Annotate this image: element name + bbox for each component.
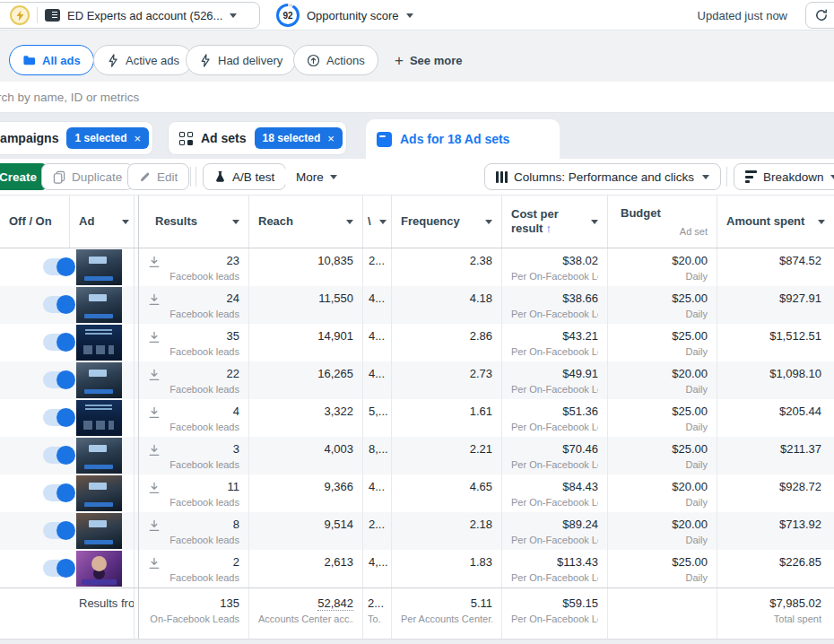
ad-thumbnail[interactable] <box>76 513 122 549</box>
ad-cell <box>0 248 139 286</box>
download-icon[interactable] <box>148 444 161 457</box>
ad-thumbnail[interactable] <box>76 362 122 398</box>
see-more-label: See more <box>410 54 463 67</box>
ad-thumbnail[interactable] <box>76 325 122 361</box>
close-icon[interactable]: × <box>135 132 142 145</box>
cell-value: 3 <box>148 442 239 457</box>
budget-cell: $20.00Daily <box>608 512 717 550</box>
tab-ad-sets[interactable]: Ad sets 18 selected × <box>169 122 346 154</box>
header-truncated[interactable]: \ <box>363 196 392 248</box>
download-icon[interactable] <box>148 331 161 344</box>
table-row: 2Facebook leads2,6134,...1.83$113.43Per … <box>0 550 834 587</box>
close-icon[interactable]: × <box>327 132 334 145</box>
bolt-icon <box>199 54 212 67</box>
campaigns-selected-badge[interactable]: 1 selected × <box>66 127 149 149</box>
header-budget[interactable]: BudgetAd set <box>608 196 717 248</box>
ad-toggle-switch[interactable] <box>43 296 74 313</box>
refresh-icon <box>814 8 829 22</box>
cell-value: $20.00 <box>617 254 708 268</box>
filter-actions[interactable]: Actions <box>293 45 378 75</box>
ad-toggle-switch[interactable] <box>43 447 74 464</box>
header-amount-spent[interactable]: Amount spent <box>717 196 834 248</box>
download-icon[interactable] <box>148 406 161 419</box>
chevron-down-icon <box>830 175 834 179</box>
table-body: 23Facebook leads10,8352...2.38$38.02Per … <box>0 248 834 587</box>
cost-per-result-cell: $113.43Per On-Facebook Le... <box>502 550 608 587</box>
table-row: 3Facebook leads4,0038,...2.21$70.46Per O… <box>0 437 834 474</box>
download-icon[interactable] <box>148 369 161 381</box>
cell-subtext: Per On-Facebook Le... <box>511 271 598 282</box>
summary-budget <box>608 588 717 639</box>
filter-active-ads[interactable]: Active ads <box>93 45 193 75</box>
cell-value: $928.72 <box>726 480 821 494</box>
ad-toggle-switch[interactable] <box>43 560 74 577</box>
ad-thumbnail[interactable] <box>76 249 122 285</box>
summary-frequency: 5.11 Per Accounts Center... <box>392 588 502 639</box>
cell-subtext: Daily <box>617 384 708 395</box>
header-ad[interactable]: Ad <box>70 196 139 248</box>
tab-ads[interactable]: Ads for 18 Ad sets <box>366 119 560 159</box>
summary-cost-per-result: $59.15 Per On-Facebook Le... <box>502 588 608 639</box>
chevron-down-icon <box>702 175 709 179</box>
edit-button[interactable]: Edit <box>127 163 189 190</box>
download-icon[interactable] <box>148 293 161 306</box>
edit-label: Edit <box>157 170 178 184</box>
amount-spent-cell: $226.85 <box>717 550 834 587</box>
summary-amount-spent: $7,985.02 Total spent <box>717 588 834 639</box>
ad-thumbnail[interactable] <box>76 438 122 474</box>
more-button[interactable]: More <box>285 163 348 190</box>
cell-value: 4.18 <box>401 292 492 306</box>
cell-value: 1.61 <box>401 405 492 419</box>
cell-value: $20.00 <box>617 367 708 381</box>
filter-had-delivery[interactable]: Had delivery <box>186 45 296 75</box>
download-icon[interactable] <box>148 557 161 570</box>
header-reach[interactable]: Reach <box>249 196 363 248</box>
chevron-down-icon <box>406 13 413 18</box>
header-results[interactable]: Results <box>139 196 249 248</box>
duplicate-button[interactable]: Duplicate <box>41 163 134 190</box>
ad-toggle-switch[interactable] <box>43 484 74 501</box>
amount-spent-cell: $205.44 <box>717 399 834 437</box>
reach-cell: 3,322 <box>249 399 363 437</box>
ad-toggle-switch[interactable] <box>43 371 74 388</box>
cell-value: $25.00 <box>617 555 708 570</box>
filter-all-ads[interactable]: All ads <box>9 45 94 75</box>
ad-cell <box>0 361 139 399</box>
ad-thumbnail[interactable] <box>76 551 122 587</box>
ad-sets-grid-icon <box>179 132 193 145</box>
header-frequency[interactable]: Frequency <box>392 196 502 248</box>
search-input[interactable] <box>0 82 514 112</box>
ad-thumbnail[interactable] <box>76 475 122 511</box>
cell-value: $927.91 <box>726 292 821 306</box>
breakdown-button[interactable]: Breakdown <box>734 163 834 190</box>
ad-thumbnail[interactable] <box>76 287 122 323</box>
cell-subtext: Facebook leads <box>148 497 239 508</box>
download-icon[interactable] <box>148 256 161 268</box>
download-icon[interactable] <box>148 482 161 494</box>
ad-sets-selected-badge[interactable]: 18 selected × <box>255 127 343 149</box>
cell-value: 2.38 <box>401 254 492 268</box>
reach-cell: 4,003 <box>249 437 363 474</box>
tab-campaigns[interactable]: Campaigns 1 selected × <box>0 122 152 154</box>
opportunity-score-selector[interactable]: 92 Opportunity score <box>269 2 421 29</box>
columns-button[interactable]: Columns: Performance and clicks <box>484 163 721 190</box>
summary-reach-value[interactable]: 52,842 <box>317 596 353 611</box>
ad-toggle-switch[interactable] <box>43 258 74 275</box>
cell-subtext: Daily <box>617 572 708 583</box>
duplicate-label: Duplicate <box>72 170 122 184</box>
action-toolbar: Create Duplicate Edit A/B test More Colu… <box>0 159 834 195</box>
cell-value: 4,... <box>369 555 382 570</box>
chevron-down-icon <box>591 220 598 224</box>
top-bar: ED Experts ad account (526... 92 Opportu… <box>0 0 834 30</box>
ab-test-button[interactable]: A/B test <box>203 163 286 190</box>
header-cost-per-result[interactable]: Cost per result↑ <box>502 196 608 248</box>
ad-toggle-switch[interactable] <box>43 409 74 426</box>
ad-account-selector[interactable]: ED Experts ad account (526... <box>0 2 260 29</box>
download-icon[interactable] <box>148 519 161 532</box>
refresh-button[interactable] <box>805 2 834 29</box>
ad-toggle-switch[interactable] <box>43 334 74 351</box>
see-more-button[interactable]: + See more <box>382 45 474 75</box>
ad-toggle-switch[interactable] <box>43 522 74 539</box>
ad-thumbnail[interactable] <box>76 400 122 436</box>
results-cell: 8Facebook leads <box>139 512 249 550</box>
